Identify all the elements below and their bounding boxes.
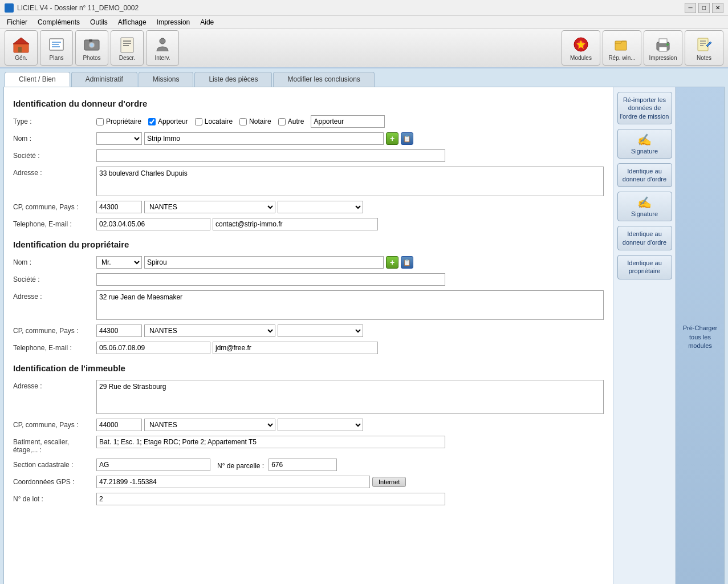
tel-prop-input[interactable] [96,342,210,354]
societe-prop-row: Société : [13,273,604,286]
cp-prop-label: CP, commune, Pays : [13,325,93,335]
section-immeuble-title: Identification de l'immeuble [13,363,604,373]
signature2-btn[interactable]: ✍ Signature [617,192,672,221]
main-content: Identification du donneur d'ordre Type :… [3,87,725,584]
svg-point-9 [90,43,93,47]
nom-prop-select[interactable]: Mr. [96,256,142,269]
type-label: Type : [13,115,93,125]
checkbox-locataire[interactable]: Locataire [195,117,233,125]
checkbox-autre-input[interactable] [278,118,286,125]
parcelle-input[interactable] [269,459,337,471]
checkbox-apporteur-input[interactable] [148,118,156,125]
nom-prop-controls: Mr. + 📋 [96,256,604,269]
checkbox-proprietaire-input[interactable] [96,118,104,125]
identique-donneur2-btn[interactable]: Identique au donneur d'ordre [617,226,672,250]
tab-administratif[interactable]: Administratif [71,72,137,87]
close-button[interactable]: ✕ [712,3,723,13]
adresse-prop-row: Adresse : 32 rue Jean de Maesmaker [13,290,604,320]
societe-donneur-input[interactable] [96,149,445,162]
commune-imm-select[interactable]: NANTES [144,419,275,431]
menu-impression[interactable]: Impression [152,17,195,27]
adresse-donneur-textarea[interactable]: 33 boulevard Charles Dupuis [96,167,604,196]
lot-input[interactable] [96,493,445,505]
descr-label: Descr. [119,55,135,61]
menu-outils[interactable]: Outils [86,17,112,27]
toolbar-photos[interactable]: Photos [75,30,108,66]
cp-imm-input[interactable] [96,419,142,431]
menu-fichier[interactable]: Fichier [2,17,32,27]
menu-affichage[interactable]: Affichage [113,17,151,27]
societe-prop-label: Société : [13,273,93,283]
pays-imm-select[interactable] [278,419,363,431]
checkbox-notaire-input[interactable] [239,118,247,125]
menu-complements[interactable]: Compléments [33,17,84,27]
toolbar-gen[interactable]: Gén. [5,30,38,66]
gps-controls: Internet [96,476,604,488]
batiment-input[interactable] [96,436,445,448]
tab-client-bien[interactable]: Client / Bien [5,72,70,87]
toolbar-rep-win[interactable]: Rép. win... [603,30,641,66]
cp-prop-input[interactable] [96,325,142,337]
menu-aide[interactable]: Aide [196,17,218,27]
checkbox-proprietaire[interactable]: Propriétaire [96,117,141,125]
tab-liste-pieces[interactable]: Liste des pièces [194,72,272,87]
svg-rect-22 [659,47,667,51]
maximize-button[interactable]: □ [698,3,710,13]
pays-donneur-select[interactable] [278,201,363,213]
nom-donneur-input[interactable] [144,132,384,145]
cp-prop-row: CP, commune, Pays : NANTES [13,325,604,337]
svg-rect-10 [89,39,92,42]
commune-donneur-select[interactable]: NANTES [144,201,275,213]
svg-rect-2 [18,47,22,52]
nom-prop-input[interactable] [144,256,384,269]
photos-icon [83,35,101,54]
signature1-btn[interactable]: ✍ Signature [617,129,672,159]
section-cad-input[interactable] [96,459,210,471]
cp-donneur-input[interactable] [96,201,142,213]
nom-prop-add-btn[interactable]: + [386,256,398,269]
identique-donneur1-btn[interactable]: Identique au donneur d'ordre [617,163,672,188]
societe-prop-input[interactable] [96,273,445,286]
svg-point-15 [160,38,165,44]
toolbar-impression[interactable]: Impression [644,30,682,66]
societe-donneur-row: Société : [13,149,604,162]
type-value-input[interactable] [311,115,385,128]
commune-prop-select[interactable]: NANTES [144,325,275,337]
cp-imm-label: CP, commune, Pays : [13,419,93,429]
svg-rect-24 [698,38,708,51]
identique-proprietaire-btn[interactable]: Identique au propriétaire [617,255,672,279]
impression-label: Impression [649,55,677,61]
section-cad-row: Section cadastrale : N° de parcelle : [13,459,604,471]
tel-donneur-input[interactable] [96,218,210,230]
toolbar-interv[interactable]: Interv. [146,30,179,66]
nom-donneur-copy-btn[interactable]: 📋 [401,132,413,145]
adresse-prop-textarea[interactable]: 32 rue Jean de Maesmaker [96,290,604,320]
titlebar-title: LICIEL V4 - Dossier n° 11_DEMO_0002 [5,3,139,13]
tab-missions[interactable]: Missions [139,72,194,87]
email-donneur-input[interactable] [213,218,378,230]
adresse-imm-textarea[interactable]: 29 Rue de Strasbourg [96,380,604,414]
far-right-sidebar[interactable]: Pré-Charger tous les modules [676,87,724,584]
tab-modifier-conclusions[interactable]: Modifier les conclusions [273,72,374,87]
checkbox-apporteur[interactable]: Apporteur [148,117,188,125]
internet-button[interactable]: Internet [372,477,406,487]
app-icon [5,3,14,13]
checkbox-autre[interactable]: Autre [278,117,304,125]
adresse-imm-controls: 29 Rue de Strasbourg [96,380,604,414]
toolbar-descr[interactable]: Descr. [111,30,144,66]
svg-point-23 [666,43,669,46]
toolbar-notes[interactable]: Notes [685,30,723,66]
svg-marker-1 [13,38,29,44]
nom-prop-copy-btn[interactable]: 📋 [401,256,413,269]
minimize-button[interactable]: ─ [685,3,696,13]
nom-donneur-select[interactable] [96,132,142,145]
email-prop-input[interactable] [213,342,378,354]
reimporter-btn[interactable]: Ré-importer les données de l'ordre de mi… [617,92,672,124]
checkbox-notaire[interactable]: Notaire [239,117,271,125]
gps-input[interactable] [96,476,370,488]
nom-donneur-add-btn[interactable]: + [386,132,398,145]
toolbar-plans[interactable]: Plans [40,30,73,66]
pays-prop-select[interactable] [278,325,363,337]
toolbar-modules[interactable]: Modules [562,30,600,66]
checkbox-locataire-input[interactable] [195,118,202,125]
